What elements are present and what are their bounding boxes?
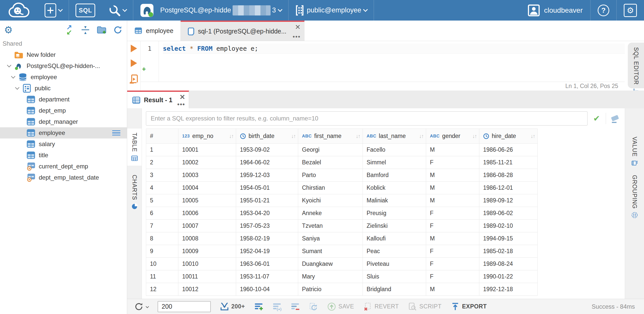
row-number-cell[interactable]: 6 [146,207,178,220]
rollback-button[interactable] [309,302,318,311]
cell[interactable]: 1989-09-12 [479,194,538,207]
cell[interactable]: 1986-08-28 [479,169,538,182]
column-header-hire_date[interactable]: hire_date↓↑ [479,129,538,144]
column-header-gender[interactable]: ABCgender↓↑ [426,129,479,144]
tree-item-current_dept_emp[interactable]: current_dept_emp [0,161,127,172]
cell[interactable]: Tzvetan [298,220,363,232]
cell[interactable]: 1953-09-02 [236,144,298,156]
connection-selector[interactable]: PostgreSQL@ep-hidde 3 [133,0,288,21]
cell[interactable]: Parto [298,169,363,182]
cell[interactable]: Bridgland [363,283,426,296]
row-number-cell[interactable]: 8 [146,232,178,245]
tree-item-salary[interactable]: salary [0,138,127,150]
column-header-last_name[interactable]: ABClast_name↓↑ [363,129,426,144]
cell[interactable]: 1989-02-10 [479,220,538,232]
cell[interactable]: 10004 [178,182,236,194]
cell[interactable]: 1953-11-07 [236,270,298,283]
cell[interactable]: M [426,169,479,182]
cell[interactable]: 10001 [178,144,236,156]
cell[interactable]: 10007 [178,220,236,232]
sort-icons[interactable]: ↓↑ [229,133,233,139]
sort-icons[interactable]: ↓↑ [472,133,477,139]
tree-expand-chevron-icon[interactable] [14,85,20,91]
cell[interactable]: 10008 [178,232,236,245]
cell[interactable]: 10003 [178,169,236,182]
fetch-next-page-button[interactable]: 200+ [220,302,245,311]
new-sql-editor-button[interactable]: SQL [69,0,102,21]
cell[interactable]: Georgi [298,144,363,156]
cell[interactable]: 1964-06-02 [236,156,298,169]
cell[interactable]: Sluis [363,270,426,283]
row-number-cell[interactable]: 9 [146,245,178,258]
cell[interactable]: 10006 [178,207,236,220]
code-area[interactable]: 1 select * FROM employee e; [141,41,625,82]
apply-filter-icon[interactable]: ✔ [591,114,602,123]
cell[interactable]: Kyoichi [298,194,363,207]
cell[interactable]: Maliniak [363,194,426,207]
tab-menu-icon[interactable]: ••• [293,34,300,40]
cell[interactable]: 1959-12-03 [236,169,298,182]
column-header-emp_no[interactable]: 123emp_no↓↑ [178,129,236,144]
cloudbeaver-logo[interactable] [0,2,38,19]
cell[interactable]: M [426,182,479,194]
cell[interactable]: M [426,194,479,207]
result-grid[interactable]: #123emp_no↓↑birth_date↓↑ABCfirst_name↓↑A… [146,129,538,296]
cell[interactable]: F [426,258,479,270]
execute-new-tab-button[interactable]: + [131,59,137,67]
sort-icons[interactable]: ↓↑ [419,133,423,139]
close-icon[interactable]: ✕ [295,24,301,31]
cell[interactable]: 1989-06-02 [479,207,538,220]
sort-icons[interactable]: ↓↑ [531,133,535,139]
new-folder-icon[interactable] [97,25,107,35]
clear-filter-icon[interactable] [610,113,621,124]
row-number-cell[interactable]: 11 [146,270,178,283]
row-limit-input[interactable] [158,301,211,312]
execute-query-button[interactable] [131,45,137,52]
row-number-cell[interactable]: 4 [146,182,178,194]
cell[interactable]: 1953-04-20 [236,207,298,220]
tab-table-view[interactable]: TABLE [127,129,142,166]
refresh-icon[interactable] [113,25,123,35]
tree-expand-chevron-icon[interactable] [10,74,16,80]
code-line-1[interactable]: select * FROM employee e; [163,44,625,54]
tree-item-dept_emp_latest_date[interactable]: dept_emp_latest_date [0,172,127,183]
column-header-birth_date[interactable]: birth_date↓↑ [236,129,298,144]
delete-row-button[interactable] [291,302,300,311]
help-button[interactable]: ? [591,5,616,16]
tree-item-employee[interactable]: employee [0,127,127,138]
link-with-editor-icon[interactable]: ↗↙ [64,25,74,35]
duplicate-row-button[interactable]: (+) [272,302,281,311]
cell[interactable]: Saniya [298,232,363,245]
user-menu[interactable]: cloudbeaver [520,4,590,16]
tab-sql-editor[interactable]: sql-1 (PostgreSQL@ep-hidde... ✕ ••• [181,21,304,41]
cell[interactable]: Kalloufi [363,232,426,245]
cell[interactable]: 1992-12-18 [479,283,538,296]
cell[interactable]: 10002 [178,156,236,169]
cell[interactable]: Simmel [363,156,426,169]
cell[interactable]: Zielinski [363,220,426,232]
cell[interactable]: 1985-02-18 [479,245,538,258]
cell[interactable]: 1985-11-21 [479,156,538,169]
cell[interactable]: 1990-01-22 [479,270,538,283]
tree-item-department[interactable]: department [0,94,127,105]
tree-item-postgresql-ep-hidden-[interactable]: PostgreSQL@ep-hidden-... [0,60,127,72]
cell[interactable]: Patricio [298,283,363,296]
cell[interactable]: 1957-05-23 [236,220,298,232]
cell[interactable]: 1960-10-04 [236,283,298,296]
column-header-rownum[interactable]: # [146,129,178,144]
cell[interactable]: M [426,232,479,245]
sidebar-settings-gear-icon[interactable]: ⚙ [4,25,13,35]
cell[interactable]: Bamford [363,169,426,182]
tab-value-panel[interactable]: VALUE [631,137,638,166]
cell[interactable]: 1989-08-24 [479,258,538,270]
cell[interactable]: Sumant [298,245,363,258]
cell[interactable]: Koblick [363,182,426,194]
tab-result-1[interactable]: Result - 1 ✕ ••• [127,91,189,108]
cell[interactable]: 1986-06-26 [479,144,538,156]
cell[interactable]: M [426,283,479,296]
row-number-cell[interactable]: 3 [146,169,178,182]
row-number-cell[interactable]: 2 [146,156,178,169]
cell[interactable]: Facello [363,144,426,156]
cell[interactable]: Mary [298,270,363,283]
cell[interactable]: Chirstian [298,182,363,194]
